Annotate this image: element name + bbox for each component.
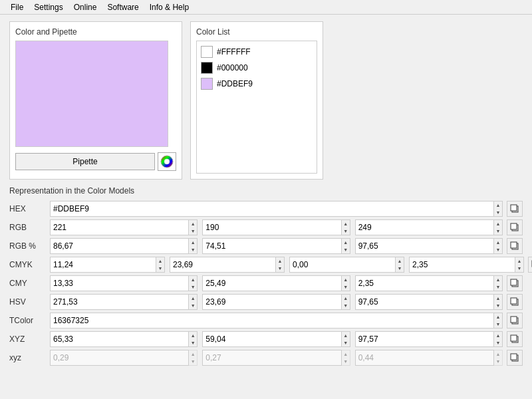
- cmyk-c-down[interactable]: ▼: [156, 265, 164, 272]
- cmyk-y-up[interactable]: ▲: [396, 257, 404, 265]
- color-list-item-white[interactable]: #FFFFFF: [200, 44, 314, 60]
- menu-software[interactable]: Software: [102, 1, 144, 13]
- cmyk-k-input[interactable]: [409, 257, 515, 273]
- hsv-s-up[interactable]: ▲: [342, 295, 350, 302]
- cmy-y-down[interactable]: ▼: [494, 283, 502, 291]
- rgb-pct-r-down[interactable]: ▼: [189, 246, 197, 253]
- rgb-pct-g-spinner[interactable]: ▲ ▼: [341, 238, 350, 254]
- cmy-c-input[interactable]: [50, 275, 189, 291]
- tcolor-copy-button[interactable]: [507, 313, 523, 329]
- rgb-r-down[interactable]: ▼: [189, 227, 197, 235]
- rgb-pct-r-spinner[interactable]: ▲ ▼: [188, 238, 198, 254]
- rgb-pct-b-up[interactable]: ▲: [494, 239, 502, 246]
- xyz-small-copy-button[interactable]: [507, 350, 523, 366]
- rgb-g-up[interactable]: ▲: [342, 220, 350, 227]
- hsv-v-up[interactable]: ▲: [494, 295, 502, 302]
- xyz-y-down[interactable]: ▼: [342, 339, 350, 346]
- cmyk-m-down[interactable]: ▼: [276, 265, 284, 272]
- cmyk-k-down[interactable]: ▼: [515, 265, 523, 272]
- tcolor-spinner[interactable]: ▲ ▼: [493, 313, 503, 329]
- cmy-m-input[interactable]: [202, 275, 341, 291]
- rgb-g-spinner[interactable]: ▲ ▼: [341, 219, 350, 235]
- xyz-z-up[interactable]: ▲: [494, 332, 502, 339]
- rgb-pct-r-input[interactable]: [50, 238, 189, 254]
- hsv-s-down[interactable]: ▼: [342, 302, 350, 309]
- tcolor-spinner-up[interactable]: ▲: [494, 313, 502, 321]
- rgb-b-down[interactable]: ▼: [494, 227, 502, 235]
- xyz-x-down[interactable]: ▼: [189, 339, 197, 346]
- cmyk-copy-button[interactable]: [528, 257, 532, 273]
- rgb-pct-b-spinner[interactable]: ▲ ▼: [493, 238, 503, 254]
- cmyk-y-spinner[interactable]: ▲ ▼: [395, 257, 404, 273]
- xyz-x-spinner[interactable]: ▲ ▼: [188, 331, 198, 347]
- rgb-pct-copy-button[interactable]: [507, 238, 523, 254]
- rgb-pct-g-down[interactable]: ▼: [342, 246, 350, 253]
- cmyk-c-up[interactable]: ▲: [156, 257, 164, 265]
- hex-spinner[interactable]: ▲ ▼: [493, 201, 503, 217]
- cmy-copy-button[interactable]: [507, 275, 523, 291]
- xyz-y-up[interactable]: ▲: [342, 332, 350, 339]
- menu-settings[interactable]: Settings: [29, 1, 68, 13]
- hex-spinner-down[interactable]: ▼: [494, 209, 502, 216]
- cmy-m-up[interactable]: ▲: [342, 276, 350, 283]
- hex-spinner-up[interactable]: ▲: [494, 201, 502, 209]
- rgb-pct-b-down[interactable]: ▼: [494, 246, 502, 253]
- hsv-h-down[interactable]: ▼: [189, 302, 197, 309]
- tcolor-input[interactable]: [50, 313, 494, 329]
- hsv-h-up[interactable]: ▲: [189, 295, 197, 302]
- cmyk-m-up[interactable]: ▲: [276, 257, 284, 265]
- hsv-copy-button[interactable]: [507, 294, 523, 310]
- tcolor-spinner-down[interactable]: ▼: [494, 321, 502, 328]
- hsv-h-spinner[interactable]: ▲ ▼: [188, 294, 198, 310]
- rgb-b-input[interactable]: [355, 219, 494, 235]
- color-wheel-button[interactable]: [158, 152, 176, 171]
- xyz-z-down[interactable]: ▼: [494, 339, 502, 346]
- hex-copy-button[interactable]: [507, 201, 523, 217]
- pipette-button[interactable]: Pipette: [15, 153, 155, 170]
- cmyk-k-spinner[interactable]: ▲ ▼: [515, 257, 524, 273]
- rgb-g-down[interactable]: ▼: [342, 227, 350, 235]
- rgb-pct-g-input[interactable]: [202, 238, 341, 254]
- cmyk-c-spinner[interactable]: ▲ ▼: [156, 257, 165, 273]
- rgb-b-spinner[interactable]: ▲ ▼: [493, 219, 503, 235]
- cmyk-m-input[interactable]: [170, 257, 276, 273]
- rgb-b-up[interactable]: ▲: [494, 220, 502, 227]
- xyz-x-input[interactable]: [50, 331, 189, 347]
- hsv-v-spinner[interactable]: ▲ ▼: [493, 294, 503, 310]
- hex-input[interactable]: [50, 201, 494, 217]
- xyz-x-up[interactable]: ▲: [189, 332, 197, 339]
- xyz-z-spinner[interactable]: ▲ ▼: [493, 331, 503, 347]
- rgb-r-input[interactable]: [50, 219, 189, 235]
- cmy-m-spinner[interactable]: ▲ ▼: [341, 275, 350, 291]
- rgb-r-up[interactable]: ▲: [189, 220, 197, 227]
- xyz-z-input[interactable]: [355, 331, 494, 347]
- cmy-c-down[interactable]: ▼: [189, 283, 197, 291]
- hsv-v-down[interactable]: ▼: [494, 302, 502, 309]
- cmy-c-up[interactable]: ▲: [189, 276, 197, 283]
- cmyk-y-input[interactable]: [289, 257, 396, 273]
- rgb-g-input[interactable]: [202, 219, 341, 235]
- rgb-pct-g-up[interactable]: ▲: [342, 239, 350, 246]
- hsv-s-input[interactable]: [202, 294, 341, 310]
- cmyk-k-up[interactable]: ▲: [515, 257, 523, 265]
- hsv-v-input[interactable]: [355, 294, 494, 310]
- rgb-r-spinner[interactable]: ▲ ▼: [188, 219, 198, 235]
- xyz-copy-button[interactable]: [507, 331, 523, 347]
- cmy-y-spinner[interactable]: ▲ ▼: [493, 275, 503, 291]
- color-list-item-black[interactable]: #000000: [200, 60, 314, 76]
- xyz-y-input[interactable]: [202, 331, 341, 347]
- cmy-c-spinner[interactable]: ▲ ▼: [188, 275, 198, 291]
- rgb-pct-r-up[interactable]: ▲: [189, 239, 197, 246]
- cmy-m-down[interactable]: ▼: [342, 283, 350, 291]
- menu-info-help[interactable]: Info & Help: [144, 1, 194, 13]
- menu-online[interactable]: Online: [68, 1, 102, 13]
- cmy-y-input[interactable]: [355, 275, 494, 291]
- cmy-y-up[interactable]: ▲: [494, 276, 502, 283]
- hsv-s-spinner[interactable]: ▲ ▼: [341, 294, 350, 310]
- rgb-pct-b-input[interactable]: [355, 238, 494, 254]
- rgb-copy-button[interactable]: [507, 219, 523, 235]
- cmyk-y-down[interactable]: ▼: [396, 265, 404, 272]
- color-list-item-purple[interactable]: #DDBEF9: [200, 76, 314, 92]
- hsv-h-input[interactable]: [50, 294, 189, 310]
- cmyk-m-spinner[interactable]: ▲ ▼: [275, 257, 285, 273]
